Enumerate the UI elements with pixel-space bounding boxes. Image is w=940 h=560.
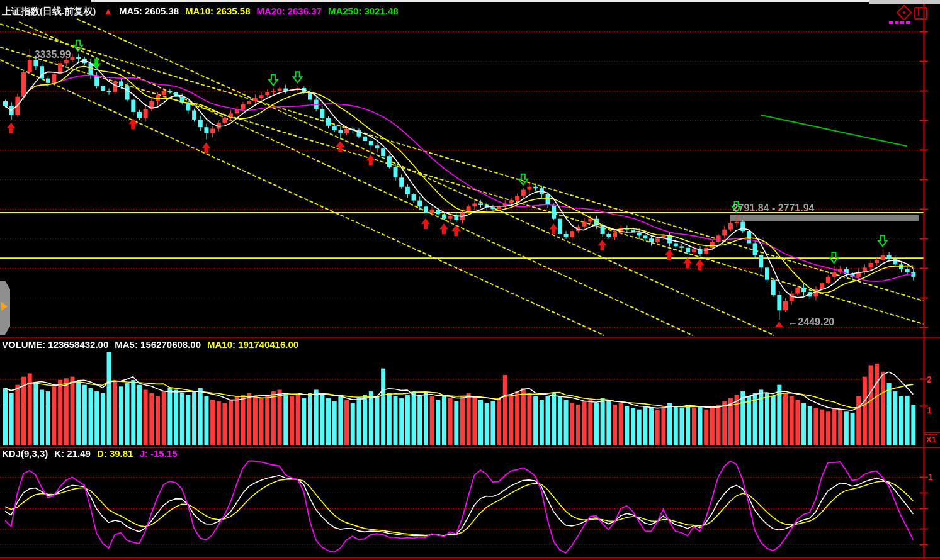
kdj-k-value: K: 21.49 bbox=[54, 448, 91, 459]
kdj-j-value: J: -15.15 bbox=[139, 448, 177, 459]
volume-ma10-value: MA10: 191740416.00 bbox=[207, 339, 298, 350]
panel-expand-handle[interactable] bbox=[0, 281, 10, 335]
main-pane-header: 上证指数(日线.前复权)▲MA5: 2605.38MA10: 2635.58MA… bbox=[2, 6, 405, 18]
volume-pane-tag: X1 bbox=[925, 434, 937, 444]
window-top-corner bbox=[869, 0, 940, 4]
trading-terminal: 上证指数(日线.前复权)▲MA5: 2605.38MA10: 2635.58MA… bbox=[0, 0, 940, 560]
ma20-value: MA20: 2636.37 bbox=[257, 6, 322, 16]
diamond-icon[interactable] bbox=[896, 4, 912, 20]
kdj-axis-label-top: 1 bbox=[928, 472, 933, 482]
magenta-dashed-indicator bbox=[889, 21, 910, 24]
up-arrow-icon: ▲ bbox=[103, 6, 113, 16]
chart-canvas[interactable] bbox=[0, 0, 940, 560]
window-top-edge bbox=[91, 0, 869, 2]
expand-arrow-icon bbox=[1, 302, 8, 311]
volume-axis-label-top: 2 bbox=[927, 374, 932, 384]
kdj-pane-header: KDJ(9,3,3)K: 21.49D: 39.81J: -15.15 bbox=[2, 448, 184, 459]
kdj-name: KDJ(9,3,3) bbox=[2, 448, 48, 459]
volume-ma5-value: MA5: 156270608.00 bbox=[115, 339, 201, 350]
split-window-icon[interactable] bbox=[914, 7, 927, 20]
ma10-value: MA10: 2635.58 bbox=[185, 6, 250, 16]
volume-value: VOLUME: 123658432.00 bbox=[2, 339, 108, 350]
symbol-title: 上证指数(日线.前复权) bbox=[2, 6, 96, 16]
ma5-value: MA5: 2605.38 bbox=[119, 6, 179, 16]
kdj-d-value: D: 39.81 bbox=[97, 448, 133, 459]
volume-axis-label-mid: 1 bbox=[927, 405, 932, 415]
ma250-value: MA250: 3021.48 bbox=[328, 6, 399, 16]
volume-pane-header: VOLUME: 123658432.00MA5: 156270608.00MA1… bbox=[2, 339, 305, 350]
toolbar bbox=[888, 5, 926, 26]
